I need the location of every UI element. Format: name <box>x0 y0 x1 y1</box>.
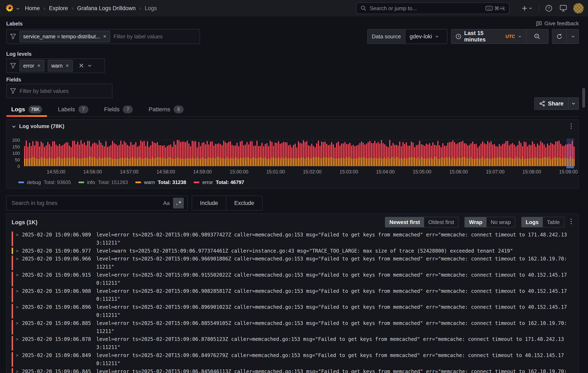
tab-count-badge: 7 <box>123 105 133 113</box>
volume-bar <box>295 144 296 166</box>
view-option-table[interactable]: Table <box>543 217 564 227</box>
breadcrumb-item-explore[interactable]: Explore <box>49 5 68 12</box>
tab-labels[interactable]: Labels7 <box>53 102 93 116</box>
tab-patterns[interactable]: Patterns8 <box>144 102 189 116</box>
labels-filter-box[interactable]: service_name = tempo-distribut... ✕ Filt… <box>6 29 200 44</box>
volume-bar <box>343 143 344 166</box>
log-volume-chart[interactable] <box>24 140 575 166</box>
volume-bar <box>164 145 165 166</box>
case-sensitivity-toggle[interactable]: Aa <box>160 200 173 206</box>
log-volume-panel-header[interactable]: Log volume (78K) ⋮ <box>7 120 578 132</box>
log-line-search[interactable]: Search in log lines Aa .* <box>6 196 188 211</box>
tab-fields[interactable]: Fields7 <box>99 102 138 116</box>
sort-option-oldest-first[interactable]: Oldest first <box>424 217 458 227</box>
log-row[interactable]: >2025-02-20 15:09:06.878level=error ts=2… <box>7 335 578 352</box>
expand-row-icon[interactable]: > <box>16 335 19 343</box>
legend-item-error[interactable]: errorTotal: 46797 <box>194 180 244 185</box>
log-row[interactable]: >2025-02-20 15:09:06.977level=warn ts=20… <box>7 247 578 255</box>
clear-levels-icon[interactable]: ✕ <box>79 62 84 70</box>
user-avatar[interactable] <box>573 3 584 14</box>
remove-level-filter-icon[interactable]: ✕ <box>37 63 41 68</box>
log-row[interactable]: >2025-02-20 15:09:06.849level=error ts=2… <box>7 352 578 368</box>
chevron-down-icon[interactable] <box>87 63 92 68</box>
volume-bar <box>270 141 271 166</box>
tab-label: Fields <box>104 106 120 113</box>
exclude-button[interactable]: Exclude <box>226 196 262 210</box>
volume-bar <box>549 145 550 166</box>
expand-row-icon[interactable]: > <box>16 319 19 327</box>
zoom-out-button[interactable] <box>526 30 548 43</box>
add-new-button[interactable] <box>522 5 532 11</box>
fields-filter-box[interactable]: Filter by label values <box>6 84 113 98</box>
share-button[interactable]: Share <box>535 98 568 110</box>
log-row[interactable]: >2025-02-20 15:09:06.908level=error ts=2… <box>7 287 578 303</box>
volume-bar <box>326 144 327 166</box>
sort-order-toggle: Newest firstOldest first <box>385 217 459 228</box>
log-row[interactable]: >2025-02-20 15:09:06.915level=error ts=2… <box>7 271 578 287</box>
breadcrumb-item-home[interactable]: Home <box>25 5 40 12</box>
volume-bar <box>437 141 438 166</box>
log-row[interactable]: >2025-02-20 15:09:06.989level=error ts=2… <box>7 231 578 247</box>
level-chip-warn[interactable]: warn✕ <box>48 60 73 71</box>
log-row[interactable]: >2025-02-20 15:09:06.845level=error ts=2… <box>7 368 578 373</box>
regex-toggle[interactable]: .* <box>173 198 184 209</box>
volume-bar <box>300 143 301 166</box>
volume-bar <box>158 145 159 166</box>
legend-item-debug[interactable]: debugTotal: 93605 <box>18 180 71 185</box>
volume-bar <box>210 141 211 166</box>
expand-row-icon[interactable]: > <box>16 368 19 373</box>
expand-row-icon[interactable]: > <box>16 255 19 263</box>
level-chip-error[interactable]: error✕ <box>20 60 44 71</box>
datasource-picker[interactable]: gdev-loki <box>405 30 447 43</box>
expand-row-icon[interactable]: > <box>16 247 19 255</box>
expand-row-icon[interactable]: > <box>16 303 19 311</box>
panel-menu-icon[interactable]: ⋮ <box>568 123 574 129</box>
volume-bar <box>422 145 423 166</box>
volume-bar <box>114 143 115 166</box>
include-button[interactable]: Include <box>192 196 226 210</box>
expand-row-icon[interactable]: > <box>16 287 19 295</box>
volume-bar <box>504 143 505 166</box>
search-input[interactable]: Search or jump to... ⌘+k <box>356 2 510 14</box>
breadcrumb-item-logs[interactable]: Logs <box>145 5 157 12</box>
volume-bar <box>540 141 541 166</box>
refresh-interval-dropdown[interactable] <box>567 30 579 43</box>
refresh-button[interactable] <box>552 30 567 43</box>
page-scrollbar-thumb[interactable] <box>582 88 585 108</box>
org-switcher-chevron-icon[interactable] <box>16 7 20 11</box>
log-row[interactable]: >2025-02-20 15:09:06.885level=error ts=2… <box>7 319 578 335</box>
expand-row-icon[interactable]: > <box>16 352 19 360</box>
remove-label-filter-icon[interactable]: ✕ <box>103 34 106 39</box>
log-levels-filter-box[interactable]: error✕warn✕ ✕ <box>6 59 105 73</box>
tab-logs[interactable]: Logs78K <box>6 102 47 116</box>
breadcrumb-item-grafana-logs-drilldown[interactable]: Grafana Logs Drilldown <box>77 5 136 12</box>
news-button[interactable] <box>560 5 567 12</box>
legend-item-warn[interactable]: warnTotal: 31238 <box>135 180 186 185</box>
sort-option-newest-first[interactable]: Newest first <box>385 217 424 227</box>
remove-level-filter-icon[interactable]: ✕ <box>65 63 69 68</box>
share-dropdown-button[interactable] <box>568 98 578 110</box>
volume-bar <box>198 142 200 166</box>
expand-row-icon[interactable]: > <box>16 271 19 279</box>
volume-bar <box>436 145 437 166</box>
volume-bar <box>431 146 432 166</box>
wrap-option-wrap[interactable]: Wrap <box>465 217 487 227</box>
volume-bar <box>235 145 236 166</box>
collapse-chevron-icon[interactable] <box>12 124 16 129</box>
wrap-option-no-wrap[interactable]: No wrap <box>487 217 515 227</box>
legend-item-info[interactable]: infoTotal: 151263 <box>78 180 128 185</box>
volume-bar <box>434 145 435 166</box>
volume-bar <box>325 141 326 166</box>
log-row[interactable]: >2025-02-20 15:09:06.966level=error ts=2… <box>7 255 578 271</box>
grafana-logo-icon[interactable] <box>5 4 14 13</box>
expand-row-icon[interactable]: > <box>16 231 19 239</box>
give-feedback-link[interactable]: Give feedback <box>536 20 579 27</box>
time-range-button[interactable]: Last 15 minutes UTC <box>452 30 526 43</box>
view-option-logs[interactable]: Logs <box>522 217 543 227</box>
volume-bar <box>112 141 113 166</box>
label-filter-chip[interactable]: service_name = tempo-distribut... ✕ <box>20 31 110 42</box>
help-button[interactable]: ? <box>545 5 552 12</box>
log-row[interactable]: >2025-02-20 15:09:06.896level=error ts=2… <box>7 303 578 319</box>
log-message: level=error ts=2025-02-20T15:09:06.89690… <box>96 303 568 319</box>
panel-menu-icon[interactable]: ⋮ <box>568 218 574 225</box>
